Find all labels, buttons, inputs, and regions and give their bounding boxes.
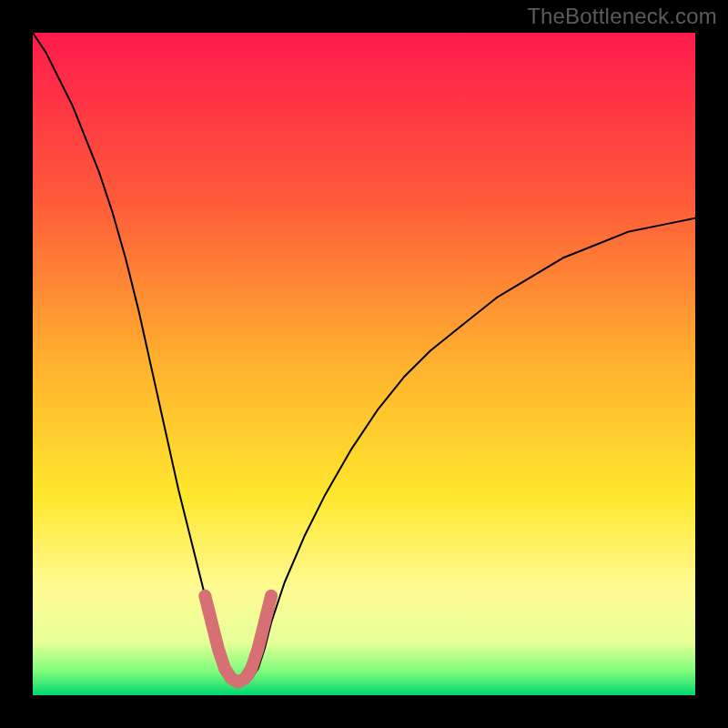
bottleneck-chart (0, 0, 728, 728)
plot-background (33, 33, 695, 695)
watermark: TheBottleneck.com (527, 4, 717, 29)
